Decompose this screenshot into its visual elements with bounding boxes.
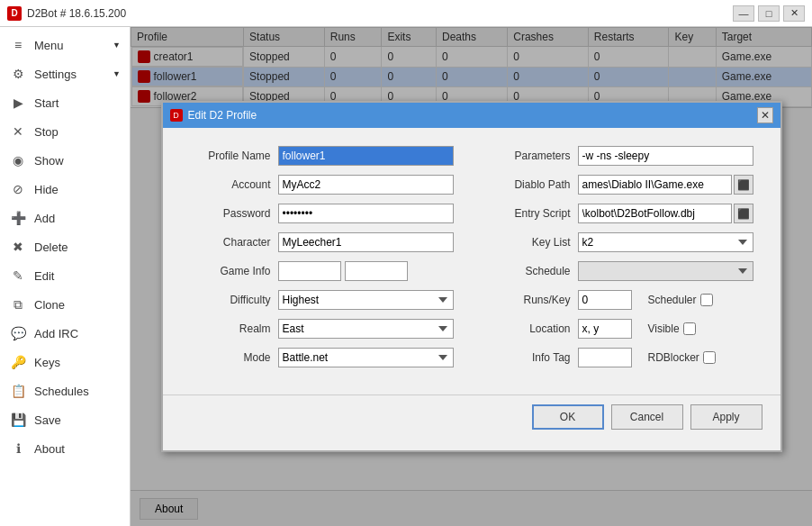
sidebar-item-hide[interactable]: ⊘ Hide xyxy=(0,175,130,204)
difficulty-group: Difficulty Normal Nightmare Highest xyxy=(190,290,454,310)
rdblocker-checkbox[interactable] xyxy=(703,351,716,364)
difficulty-select[interactable]: Normal Nightmare Highest xyxy=(278,290,454,310)
sidebar-item-settings[interactable]: ⚙ Settings ▼ xyxy=(0,59,130,88)
schedule-label: Schedule xyxy=(490,265,571,277)
sidebar-label-add: Add xyxy=(34,212,55,225)
password-group: Password xyxy=(190,204,454,223)
character-input[interactable] xyxy=(278,232,454,252)
info-tag-input[interactable] xyxy=(578,348,632,367)
titlebar-left: D D2Bot # 18.6.15.200 xyxy=(7,6,126,21)
menu-icon: ≡ xyxy=(9,36,27,54)
about-icon: ℹ xyxy=(9,440,27,458)
cancel-button[interactable]: Cancel xyxy=(611,404,683,430)
close-button[interactable]: ✕ xyxy=(783,5,805,22)
scheduler-checkbox[interactable] xyxy=(700,294,713,306)
password-input[interactable] xyxy=(278,204,454,223)
parameters-group: Parameters xyxy=(490,146,753,166)
settings-icon: ⚙ xyxy=(9,65,27,83)
account-input[interactable] xyxy=(278,175,454,195)
apply-button[interactable]: Apply xyxy=(690,404,762,430)
diablo-path-group: Diablo Path ⬛ xyxy=(490,175,753,195)
sidebar-label-save: Save xyxy=(34,413,61,427)
maximize-button[interactable]: □ xyxy=(758,5,780,22)
sidebar-item-start[interactable]: ▶ Start xyxy=(0,88,130,117)
dialog-overlay: D Edit D2 Profile ✕ Profile Name xyxy=(131,27,812,526)
realm-label: Realm xyxy=(190,322,271,335)
account-group: Account xyxy=(190,175,454,195)
sidebar-item-menu[interactable]: ≡ Menu ▼ xyxy=(0,31,130,59)
game-info-input-1[interactable] xyxy=(278,261,341,281)
character-group: Character xyxy=(190,232,454,252)
mode-label: Mode xyxy=(190,351,271,364)
minimize-button[interactable]: — xyxy=(733,5,754,22)
password-label: Password xyxy=(190,207,271,220)
sidebar-item-keys[interactable]: 🔑 Keys xyxy=(0,348,130,376)
rdblocker-checkbox-label: RDBlocker xyxy=(648,351,716,364)
dialog-left-col: Profile Name Account Password Ch xyxy=(190,146,454,367)
add-irc-icon: 💬 xyxy=(9,324,27,342)
sidebar-label-about: About xyxy=(34,442,65,456)
game-info-group: Game Info xyxy=(190,261,454,281)
parameters-input[interactable] xyxy=(578,146,753,166)
sidebar-item-about[interactable]: ℹ About xyxy=(0,434,130,463)
character-label: Character xyxy=(190,236,271,249)
sidebar-item-save[interactable]: 💾 Save xyxy=(0,405,130,434)
sidebar-item-edit[interactable]: ✎ Edit xyxy=(0,261,130,290)
schedule-select[interactable] xyxy=(578,261,753,281)
app-icon: D xyxy=(7,6,22,21)
visible-checkbox[interactable] xyxy=(683,322,696,335)
scheduler-checkbox-label: Scheduler xyxy=(648,294,713,306)
game-info-inputs xyxy=(278,261,454,281)
sidebar-label-menu: Menu xyxy=(34,39,64,52)
sidebar-label-keys: Keys xyxy=(34,356,60,369)
content-area: Profile Status Runs Exits Deaths Crashes… xyxy=(131,27,812,526)
sidebar-label-delete: Delete xyxy=(34,240,68,254)
schedules-icon: 📋 xyxy=(9,382,27,400)
runs-per-key-group: Runs/Key Scheduler xyxy=(490,290,753,310)
sidebar-item-add-irc[interactable]: 💬 Add IRC xyxy=(0,319,130,348)
mode-select[interactable]: Battle.net Open BNet Single Player TCP/I… xyxy=(278,348,454,367)
profile-name-group: Profile Name xyxy=(190,146,454,166)
profile-name-input[interactable] xyxy=(278,146,454,166)
dialog-close-button[interactable]: ✕ xyxy=(757,107,773,123)
entry-script-input[interactable] xyxy=(578,204,732,223)
delete-icon: ✖ xyxy=(9,238,27,256)
dialog-right-col: Parameters Diablo Path ⬛ Entry Script xyxy=(490,146,753,367)
diablo-path-browse-button[interactable]: ⬛ xyxy=(734,175,753,195)
show-icon: ◉ xyxy=(9,151,27,169)
sidebar-label-start: Start xyxy=(34,96,59,110)
location-label: Location xyxy=(490,322,571,335)
rdblocker-label-text: RDBlocker xyxy=(648,351,699,364)
realm-select[interactable]: East West Europe Asia xyxy=(278,319,454,339)
key-list-label: Key List xyxy=(490,236,571,249)
sidebar-label-settings: Settings xyxy=(34,68,77,81)
sidebar-item-stop[interactable]: ✕ Stop xyxy=(0,117,130,146)
app-title: D2Bot # 18.6.15.200 xyxy=(27,7,126,20)
ok-button[interactable]: OK xyxy=(532,404,604,430)
sidebar-label-stop: Stop xyxy=(34,125,59,139)
sidebar-item-show[interactable]: ◉ Show xyxy=(0,146,130,175)
sidebar-label-edit: Edit xyxy=(34,269,54,283)
dialog-body: Profile Name Account Password Ch xyxy=(163,128,780,385)
key-list-select[interactable]: k1 k2 k3 xyxy=(578,232,753,252)
mode-group: Mode Battle.net Open BNet Single Player … xyxy=(190,348,454,367)
edit-d2-profile-dialog: D Edit D2 Profile ✕ Profile Name xyxy=(161,101,782,452)
sidebar-label-hide: Hide xyxy=(34,183,59,196)
info-tag-label: Info Tag xyxy=(490,351,571,364)
sidebar-label-schedules: Schedules xyxy=(34,385,89,398)
diablo-path-label: Diablo Path xyxy=(490,178,571,191)
entry-script-browse-button[interactable]: ⬛ xyxy=(734,204,753,223)
hide-icon: ⊘ xyxy=(9,180,27,198)
sidebar-item-delete[interactable]: ✖ Delete xyxy=(0,232,130,261)
settings-arrow: ▼ xyxy=(113,69,121,78)
game-info-input-2[interactable] xyxy=(345,261,408,281)
sidebar-item-add[interactable]: ➕ Add xyxy=(0,204,130,232)
diablo-path-input[interactable] xyxy=(578,175,732,195)
profile-name-label: Profile Name xyxy=(190,150,271,162)
location-input[interactable] xyxy=(578,319,632,339)
runs-per-key-input[interactable] xyxy=(578,290,632,310)
sidebar-item-clone[interactable]: ⧉ Clone xyxy=(0,290,130,319)
start-icon: ▶ xyxy=(9,94,27,112)
sidebar-item-schedules[interactable]: 📋 Schedules xyxy=(0,376,130,405)
sidebar: ≡ Menu ▼ ⚙ Settings ▼ ▶ Start ✕ Stop ◉ S… xyxy=(0,27,131,526)
